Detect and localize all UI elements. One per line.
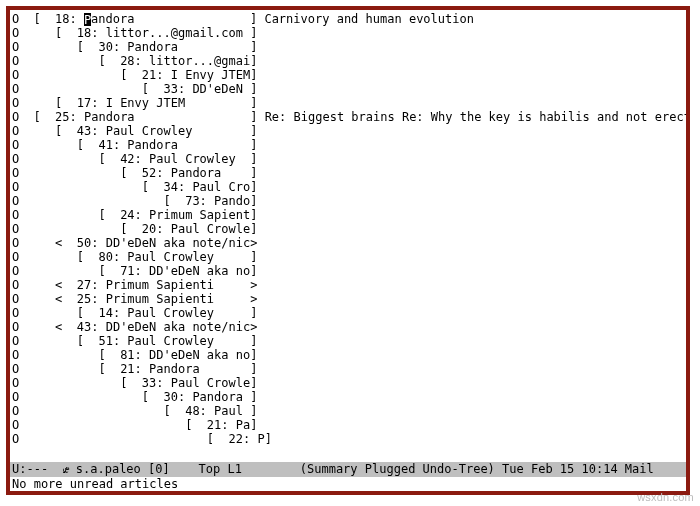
summary-line[interactable]: O < 43: DD'eDeN aka note/nic> (12, 320, 684, 334)
read-mark: O (12, 166, 19, 180)
summary-line[interactable]: O [ 52: Pandora ] (12, 166, 684, 180)
read-mark: O (12, 278, 19, 292)
read-mark: O (12, 334, 19, 348)
summary-line[interactable]: O [ 18: littor...@gmail.com ] (12, 26, 684, 40)
summary-line[interactable]: O < 25: Primum Sapienti > (12, 292, 684, 306)
mode-line: U:--- ⸙ s.a.paleo [0] Top L1 (Summary Pl… (10, 462, 686, 477)
summary-buffer[interactable]: O [ 18: Pandora ] Carnivory and human ev… (10, 10, 686, 446)
summary-line[interactable]: O [ 24: Primum Sapient] (12, 208, 684, 222)
summary-line[interactable]: O [ 73: Pando] (12, 194, 684, 208)
summary-line[interactable]: O [ 48: Paul ] (12, 404, 684, 418)
summary-line[interactable]: O [ 33: DD'eDeN ] (12, 82, 684, 96)
read-mark: O (12, 250, 19, 264)
summary-line[interactable]: O [ 34: Paul Cro] (12, 180, 684, 194)
read-mark: O (12, 418, 19, 432)
summary-line[interactable]: O [ 30: Pandora ] (12, 40, 684, 54)
summary-line[interactable]: O [ 21: Pandora ] (12, 362, 684, 376)
read-mark: O (12, 68, 19, 82)
emacs-frame: O [ 18: Pandora ] Carnivory and human ev… (6, 6, 690, 495)
summary-line[interactable]: O < 27: Primum Sapienti > (12, 278, 684, 292)
read-mark: O (12, 110, 19, 124)
summary-line[interactable]: O [ 14: Paul Crowley ] (12, 306, 684, 320)
read-mark: O (12, 12, 19, 26)
read-mark: O (12, 54, 19, 68)
summary-line[interactable]: O [ 43: Paul Crowley ] (12, 124, 684, 138)
read-mark: O (12, 138, 19, 152)
summary-line[interactable]: O [ 17: I Envy JTEM ] (12, 96, 684, 110)
summary-line[interactable]: O [ 42: Paul Crowley ] (12, 152, 684, 166)
watermark: wsxdn.com (637, 490, 694, 504)
read-mark: O (12, 320, 19, 334)
point-cursor: P (84, 13, 91, 26)
summary-line[interactable]: O [ 33: Paul Crowle] (12, 376, 684, 390)
read-mark: O (12, 306, 19, 320)
read-mark: O (12, 40, 19, 54)
summary-line[interactable]: O [ 21: I Envy JTEM] (12, 68, 684, 82)
read-mark: O (12, 124, 19, 138)
read-mark: O (12, 208, 19, 222)
summary-line[interactable]: O [ 30: Pandora ] (12, 390, 684, 404)
summary-line[interactable]: O [ 81: DD'eDeN aka no] (12, 348, 684, 362)
read-mark: O (12, 152, 19, 166)
read-mark: O (12, 194, 19, 208)
read-mark: O (12, 264, 19, 278)
read-mark: O (12, 222, 19, 236)
read-mark: O (12, 376, 19, 390)
summary-line[interactable]: O [ 25: Pandora ] Re: Biggest brains Re:… (12, 110, 684, 124)
summary-line[interactable]: O [ 22: P] (12, 432, 684, 446)
summary-line[interactable]: O [ 28: littor...@gmai] (12, 54, 684, 68)
read-mark: O (12, 180, 19, 194)
read-mark: O (12, 26, 19, 40)
read-mark: O (12, 348, 19, 362)
read-mark: O (12, 404, 19, 418)
read-mark: O (12, 82, 19, 96)
read-mark: O (12, 292, 19, 306)
summary-line[interactable]: O [ 41: Pandora ] (12, 138, 684, 152)
read-mark: O (12, 96, 19, 110)
summary-line[interactable]: O [ 80: Paul Crowley ] (12, 250, 684, 264)
read-mark: O (12, 236, 19, 250)
summary-line[interactable]: O [ 51: Paul Crowley ] (12, 334, 684, 348)
read-mark: O (12, 390, 19, 404)
summary-line[interactable]: O [ 20: Paul Crowle] (12, 222, 684, 236)
summary-line[interactable]: O [ 18: Pandora ] Carnivory and human ev… (12, 12, 684, 26)
summary-line[interactable]: O [ 21: Pa] (12, 418, 684, 432)
summary-line[interactable]: O < 50: DD'eDeN aka note/nic> (12, 236, 684, 250)
read-mark: O (12, 362, 19, 376)
echo-area: No more unread articles (10, 477, 686, 491)
summary-line[interactable]: O [ 71: DD'eDeN aka no] (12, 264, 684, 278)
read-mark: O (12, 432, 19, 446)
